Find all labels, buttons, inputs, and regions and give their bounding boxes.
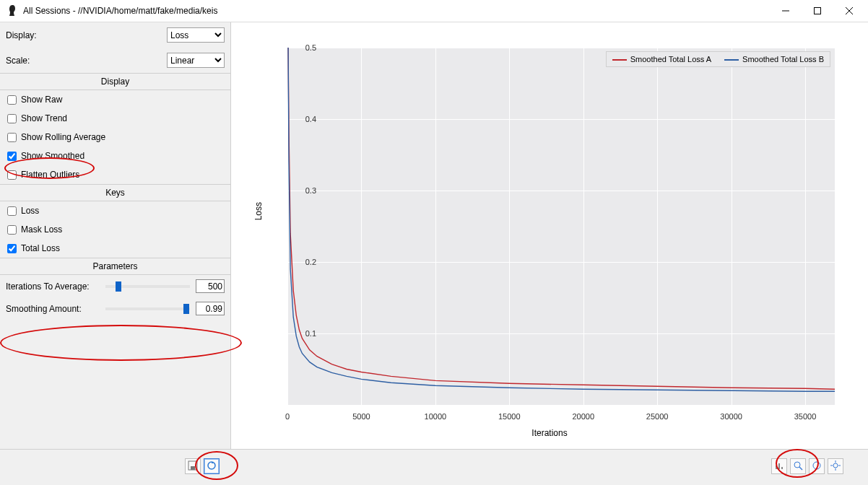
sidebar: Display: Loss Scale: Linear Display Show… [0,22,231,449]
x-tick: 35000 [794,412,817,421]
target-button[interactable] [809,458,825,474]
x-tick: 25000 [646,412,669,421]
refresh-icon [207,460,217,473]
refresh-button[interactable] [204,458,220,474]
iterations-average-slider[interactable] [105,285,190,288]
save-button[interactable] [185,458,201,474]
iterations-average-label: Iterations To Average: [6,281,100,292]
settings-button[interactable] [828,458,843,474]
bottom-toolbar [0,449,868,485]
y-tick: 0.4 [305,115,316,123]
svg-rect-1 [815,7,821,14]
svg-rect-7 [776,466,777,469]
svg-point-12 [813,462,820,469]
key-loss-checkbox[interactable] [7,206,17,216]
x-tick: 15000 [498,412,521,421]
app-icon [6,4,19,17]
show-rolling-checkbox[interactable] [7,133,17,142]
show-trend-label: Show Trend [21,113,67,123]
x-tick: 0 [285,412,290,421]
legend: Smoothed Total Loss A Smoothed Total Los… [606,51,830,67]
y-tick: 0.2 [305,258,316,266]
smoothing-amount-slider[interactable] [105,307,190,310]
y-tick: 0.5 [305,43,316,52]
keys-section-header: Keys [0,184,230,201]
svg-rect-8 [778,463,780,469]
y-tick: 0.1 [305,329,316,338]
display-select[interactable]: Loss [167,27,225,43]
circle-icon [812,460,822,473]
x-tick: 10000 [425,412,447,421]
x-axis-label: Iterations [531,428,567,438]
parameters-section-header: Parameters [0,258,230,275]
svg-point-13 [833,463,838,468]
save-icon [188,460,198,473]
chart-icon [774,460,784,473]
show-smoothed-label: Show Smoothed [21,151,84,161]
svg-rect-9 [781,467,783,469]
plot-canvas[interactable] [287,48,835,405]
gear-icon [830,460,841,473]
flatten-outliers-label: Flatten Outliers [21,170,79,180]
magnifier-icon [793,460,803,473]
scale-select[interactable]: Linear [167,53,225,68]
key-total-loss-checkbox[interactable] [7,244,17,253]
flatten-outliers-checkbox[interactable] [7,170,17,180]
x-tick: 20000 [572,412,594,421]
maximize-button[interactable] [802,0,833,22]
zoom-button[interactable] [790,458,806,474]
key-total-loss-label: Total Loss [21,243,60,253]
scale-label: Scale: [6,56,167,66]
legend-swatch-a [612,59,627,61]
close-button[interactable] [833,0,865,22]
minimize-button[interactable] [770,0,802,22]
key-mask-loss-checkbox[interactable] [7,225,17,235]
display-section-header: Display [0,73,230,90]
legend-label-a: Smoothed Total Loss A [630,55,711,64]
show-raw-label: Show Raw [21,95,62,105]
y-tick: 0.3 [305,186,316,195]
plot-area: Loss Iterations Smoothed Total Loss A Sm… [231,22,868,449]
display-label: Display: [6,30,167,40]
curve-b [288,48,835,391]
key-mask-loss-label: Mask Loss [21,224,62,235]
show-smoothed-checkbox[interactable] [7,152,17,161]
x-tick: 30000 [720,412,742,421]
smoothing-amount-label: Smoothing Amount: [6,304,100,314]
svg-rect-5 [191,466,195,470]
iterations-average-input[interactable] [196,279,225,293]
window-title: All Sessions - //NVIDIA/home/matt/fake/m… [23,6,770,16]
curve-a [288,48,835,389]
legend-swatch-b [724,59,739,61]
show-trend-checkbox[interactable] [7,114,17,123]
smoothing-amount-input[interactable] [196,302,225,315]
show-raw-checkbox[interactable] [7,95,17,105]
stats-button[interactable] [771,458,787,474]
key-loss-label: Loss [21,206,39,216]
show-rolling-label: Show Rolling Average [21,132,105,142]
svg-line-11 [799,467,802,470]
svg-point-10 [794,462,800,468]
legend-label-b: Smoothed Total Loss B [742,55,824,64]
y-axis-label: Loss [253,202,264,220]
x-tick: 5000 [352,412,370,421]
